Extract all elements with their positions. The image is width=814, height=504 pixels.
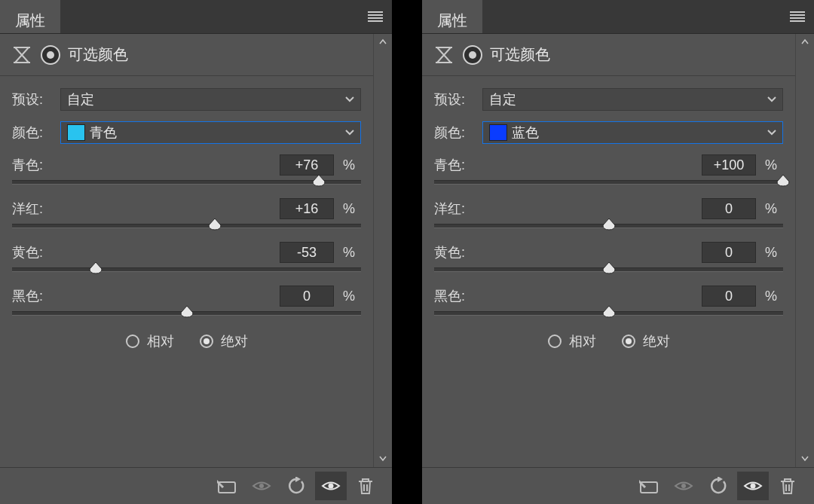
tab-properties[interactable]: 属性 xyxy=(422,0,482,33)
layer-mask-icon[interactable] xyxy=(463,45,482,65)
preset-dropdown[interactable]: 自定 xyxy=(60,88,361,111)
slider-value-input[interactable] xyxy=(280,242,334,263)
preset-dropdown[interactable]: 自定 xyxy=(482,88,783,111)
adjustment-type-icon xyxy=(433,45,455,65)
tab-label: 属性 xyxy=(437,11,467,31)
slider-thumb[interactable] xyxy=(89,262,103,274)
slider-track[interactable] xyxy=(12,224,361,228)
clip-to-layer-icon[interactable] xyxy=(633,472,665,500)
slider-unit: % xyxy=(343,201,361,217)
slider-1: 洋红: % xyxy=(12,198,361,228)
slider-unit: % xyxy=(343,289,361,304)
slider-label: 洋红: xyxy=(434,200,702,218)
slider-track[interactable] xyxy=(12,180,361,185)
slider-label: 青色: xyxy=(434,156,702,174)
panel-footer xyxy=(0,467,392,504)
view-previous-icon[interactable] xyxy=(246,472,277,500)
view-previous-icon[interactable] xyxy=(668,472,699,500)
chevron-down-icon xyxy=(767,96,776,102)
panel-footer xyxy=(422,467,814,504)
slider-value-input[interactable] xyxy=(280,286,334,307)
method-absolute-radio[interactable]: 绝对 xyxy=(200,332,248,350)
slider-thumb[interactable] xyxy=(312,175,326,187)
scroll-down-icon[interactable] xyxy=(796,451,814,467)
color-row: 颜色: 青色 xyxy=(12,121,361,144)
slider-thumb[interactable] xyxy=(180,306,194,318)
method-relative-radio[interactable]: 相对 xyxy=(126,332,174,350)
tab-bar: 属性 xyxy=(0,0,392,34)
preset-value: 自定 xyxy=(67,90,94,108)
tab-properties[interactable]: 属性 xyxy=(0,0,60,33)
scroll-down-icon[interactable] xyxy=(374,451,392,467)
slider-unit: % xyxy=(343,245,361,261)
clip-to-layer-icon[interactable] xyxy=(211,472,243,500)
slider-value-input[interactable] xyxy=(280,198,334,219)
slider-value-input[interactable] xyxy=(702,286,756,307)
scroll-up-icon[interactable] xyxy=(374,34,392,50)
chevron-down-icon xyxy=(345,96,354,102)
slider-unit: % xyxy=(765,289,783,304)
preset-label: 预设: xyxy=(434,90,475,108)
reset-icon[interactable] xyxy=(702,472,734,500)
color-value: 青色 xyxy=(90,124,117,142)
preset-value: 自定 xyxy=(489,90,516,108)
panel-menu-icon[interactable] xyxy=(359,0,392,33)
slider-track[interactable] xyxy=(434,267,783,272)
slider-track[interactable] xyxy=(434,180,783,185)
color-dropdown[interactable]: 蓝色 xyxy=(482,121,783,144)
trash-icon[interactable] xyxy=(772,472,803,500)
slider-track[interactable] xyxy=(12,311,361,316)
slider-3: 黑色: % xyxy=(434,286,783,316)
adjustment-title: 可选颜色 xyxy=(68,44,128,65)
slider-thumb[interactable] xyxy=(602,218,616,231)
chevron-down-icon xyxy=(767,130,776,136)
layer-mask-icon[interactable] xyxy=(41,45,60,65)
adjustment-title: 可选颜色 xyxy=(490,44,550,65)
tab-bar: 属性 xyxy=(422,0,814,34)
slider-value-input[interactable] xyxy=(280,154,334,176)
slider-unit: % xyxy=(765,157,783,173)
slider-value-input[interactable] xyxy=(702,242,756,263)
method-row: 相对 绝对 xyxy=(434,332,783,350)
slider-value-input[interactable] xyxy=(702,198,756,219)
slider-thumb[interactable] xyxy=(602,262,616,274)
slider-2: 黄色: % xyxy=(12,242,361,272)
adjustment-title-row: 可选颜色 xyxy=(0,34,373,75)
method-absolute-label: 绝对 xyxy=(221,332,248,350)
scrollbar[interactable] xyxy=(795,34,814,467)
method-absolute-radio[interactable]: 绝对 xyxy=(622,332,670,350)
slider-unit: % xyxy=(765,245,783,261)
slider-label: 黄色: xyxy=(12,243,280,261)
method-row: 相对 绝对 xyxy=(12,332,361,350)
slider-thumb[interactable] xyxy=(602,306,616,318)
slider-thumb[interactable] xyxy=(776,175,790,187)
method-relative-radio[interactable]: 相对 xyxy=(548,332,596,350)
scrollbar[interactable] xyxy=(373,34,392,467)
preset-row: 预设: 自定 xyxy=(434,88,783,111)
slider-track[interactable] xyxy=(434,311,783,316)
adjustment-type-icon xyxy=(11,45,33,65)
color-swatch xyxy=(489,124,507,141)
scroll-up-icon[interactable] xyxy=(796,34,814,50)
color-dropdown[interactable]: 青色 xyxy=(60,121,361,144)
color-row: 颜色: 蓝色 xyxy=(434,121,783,144)
adjustment-title-row: 可选颜色 xyxy=(422,34,795,75)
toggle-visibility-icon[interactable] xyxy=(315,472,347,500)
properties-panel-0: 属性 可选颜色 预设: 自定 xyxy=(0,0,392,504)
slider-thumb[interactable] xyxy=(208,218,222,231)
preset-label: 预设: xyxy=(12,90,53,108)
slider-track[interactable] xyxy=(12,267,361,272)
reset-icon[interactable] xyxy=(280,472,312,500)
preset-row: 预设: 自定 xyxy=(12,88,361,111)
trash-icon[interactable] xyxy=(350,472,381,500)
slider-value-input[interactable] xyxy=(702,154,756,176)
color-label: 颜色: xyxy=(434,124,475,142)
method-absolute-label: 绝对 xyxy=(643,332,670,350)
toggle-visibility-icon[interactable] xyxy=(737,472,769,500)
panel-menu-icon[interactable] xyxy=(781,0,814,33)
slider-label: 黄色: xyxy=(434,243,702,261)
slider-label: 黑色: xyxy=(12,287,280,305)
slider-unit: % xyxy=(765,201,783,217)
slider-track[interactable] xyxy=(434,224,783,228)
color-swatch xyxy=(67,124,85,141)
